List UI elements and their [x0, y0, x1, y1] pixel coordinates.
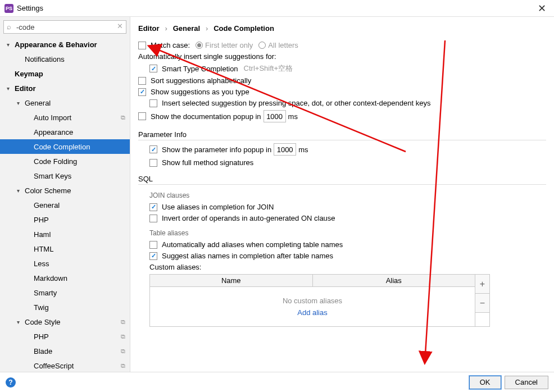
- param-delay-input[interactable]: [274, 143, 296, 156]
- tree-item-editor[interactable]: ▾Editor: [0, 81, 130, 95]
- smart-type-checkbox[interactable]: [149, 65, 157, 72]
- tree-item-html[interactable]: HTML: [0, 241, 130, 256]
- tree-item-label: Notifications: [25, 55, 65, 63]
- alias-join-checkbox[interactable]: [149, 203, 157, 211]
- chevron-right-icon: ›: [206, 24, 208, 33]
- alias-join-label: Use aliases in completion for JOIN: [162, 203, 274, 211]
- tree-item-less[interactable]: Less: [0, 256, 130, 271]
- suggest-alias-checkbox[interactable]: [149, 252, 157, 260]
- show-type-checkbox[interactable]: [138, 88, 146, 96]
- tree-item-markdown[interactable]: Markdown: [0, 271, 130, 285]
- tree-item-php[interactable]: PHP: [0, 212, 130, 227]
- tree-item-code-completion[interactable]: Code Completion: [0, 139, 130, 154]
- settings-tree: ▾Appearance & BehaviorNotificationsKeyma…: [0, 37, 130, 372]
- tree-item-label: Auto Import: [34, 113, 71, 122]
- auto-add-alias-label: Automatically add aliases when completin…: [162, 240, 343, 249]
- tree-item-label: Blade: [34, 347, 52, 355]
- doc-delay-input[interactable]: [264, 110, 286, 122]
- tree-item-label: PHP: [34, 332, 49, 341]
- footer: ? OK Cancel: [0, 372, 554, 392]
- scheme-icon: ⧉: [121, 318, 125, 326]
- tree-item-general[interactable]: ▾General: [0, 95, 130, 110]
- tree-item-label: Less: [34, 259, 49, 268]
- tree-item-general[interactable]: General: [0, 198, 130, 212]
- match-case-label: Match case:: [151, 41, 190, 49]
- tree-item-appearance[interactable]: Appearance: [0, 125, 130, 139]
- tree-item-label: CoffeeScript: [34, 362, 74, 370]
- main-panel: Editor › General › Code Completion Match…: [130, 17, 554, 372]
- tree-item-label: Code Style: [25, 318, 61, 326]
- show-type-label: Show suggestions as you type: [151, 88, 249, 96]
- no-custom-label: No custom aliases: [283, 297, 342, 305]
- full-sig-checkbox[interactable]: [149, 159, 157, 167]
- content-scroll[interactable]: Match case: First letter only All letter…: [130, 38, 554, 371]
- col-name: Name: [150, 275, 313, 286]
- help-icon[interactable]: ?: [6, 377, 16, 388]
- tree-item-label: Color Scheme: [25, 186, 71, 195]
- show-doc-label: Show the documentation popup in: [151, 112, 261, 121]
- close-icon[interactable]: ✕: [534, 2, 550, 15]
- tree-item-label: Appearance: [34, 128, 73, 136]
- tree-item-label: Haml: [34, 230, 51, 239]
- tree-item-php[interactable]: PHP⧉: [0, 329, 130, 344]
- tree-item-twig[interactable]: Twig: [0, 300, 130, 314]
- tree-item-keymap[interactable]: Keymap: [0, 66, 130, 81]
- section-sql: SQL: [138, 175, 546, 185]
- tree-item-smart-keys[interactable]: Smart Keys: [0, 168, 130, 183]
- tree-item-blade[interactable]: Blade⧉: [0, 344, 130, 358]
- sort-alpha-checkbox[interactable]: [138, 77, 146, 85]
- first-letter-radio: [196, 42, 203, 49]
- chevron-down-icon: ▾: [17, 319, 25, 325]
- clear-search-icon[interactable]: ✕: [117, 22, 123, 30]
- breadcrumb-a[interactable]: Editor: [138, 24, 160, 33]
- smart-type-hint: Ctrl+Shift+空格: [244, 63, 293, 74]
- tree-item-coffeescript[interactable]: CoffeeScript⧉: [0, 358, 130, 372]
- tree-item-code-folding[interactable]: Code Folding: [0, 154, 130, 168]
- breadcrumb: Editor › General › Code Completion: [130, 17, 554, 38]
- search-input[interactable]: [3, 20, 126, 34]
- titlebar: PS Settings ✕: [0, 0, 554, 17]
- show-doc-checkbox[interactable]: [138, 112, 146, 120]
- invert-order-checkbox[interactable]: [149, 215, 157, 222]
- search-icon: ⌕: [7, 22, 11, 31]
- ok-button[interactable]: OK: [469, 376, 501, 389]
- suggest-alias-label: Suggest alias names in completion after …: [162, 252, 333, 260]
- tree-item-label: PHP: [34, 216, 49, 224]
- auto-add-alias-checkbox[interactable]: [149, 241, 157, 249]
- tree-item-smarty[interactable]: Smarty: [0, 285, 130, 300]
- tree-item-notifications[interactable]: Notifications: [0, 52, 130, 66]
- tree-item-auto-import[interactable]: Auto Import⧉: [0, 110, 130, 125]
- breadcrumb-b[interactable]: General: [173, 24, 200, 33]
- sidebar: ⌕ ✕ ▾Appearance & BehaviorNotificationsK…: [0, 17, 130, 372]
- tree-item-code-style[interactable]: ▾Code Style⧉: [0, 314, 130, 329]
- tree-item-label: Code Completion: [34, 143, 90, 151]
- param-popup-checkbox[interactable]: [149, 145, 157, 153]
- add-alias-link[interactable]: Add alias: [297, 308, 327, 317]
- add-row-button[interactable]: +: [475, 275, 489, 294]
- param-popup-label: Show the parameter info popup in: [162, 145, 271, 154]
- chevron-down-icon: ▾: [17, 188, 25, 194]
- first-letter-label: First letter only: [205, 41, 253, 49]
- tree-item-label: General: [25, 99, 51, 107]
- tree-item-label: Code Folding: [34, 157, 77, 166]
- ms-label-2: ms: [298, 145, 308, 154]
- auto-insert-label: Automatically insert single suggestions …: [138, 52, 276, 61]
- tree-item-label: Smart Keys: [34, 172, 71, 180]
- match-case-checkbox[interactable]: [138, 42, 146, 49]
- tree-item-label: Smarty: [34, 289, 57, 297]
- remove-row-button[interactable]: −: [475, 294, 489, 313]
- insert-space-checkbox[interactable]: [149, 99, 157, 107]
- section-parameter-info: Parameter Info: [138, 130, 546, 140]
- tree-item-appearance-behavior[interactable]: ▾Appearance & Behavior: [0, 37, 130, 52]
- tree-item-label: Twig: [34, 303, 49, 312]
- scheme-icon: ⧉: [121, 114, 125, 121]
- window-title: Settings: [17, 4, 43, 12]
- breadcrumb-c: Code Completion: [214, 24, 274, 33]
- tree-item-label: Appearance & Behavior: [15, 40, 97, 49]
- chevron-down-icon: ▾: [7, 42, 15, 48]
- cancel-button[interactable]: Cancel: [505, 376, 548, 389]
- tree-item-color-scheme[interactable]: ▾Color Scheme: [0, 183, 130, 198]
- tree-item-haml[interactable]: Haml: [0, 227, 130, 241]
- subhead-table-alias: Table aliases: [149, 229, 546, 237]
- alias-table: Name Alias No custom aliases Add alias: [149, 274, 475, 327]
